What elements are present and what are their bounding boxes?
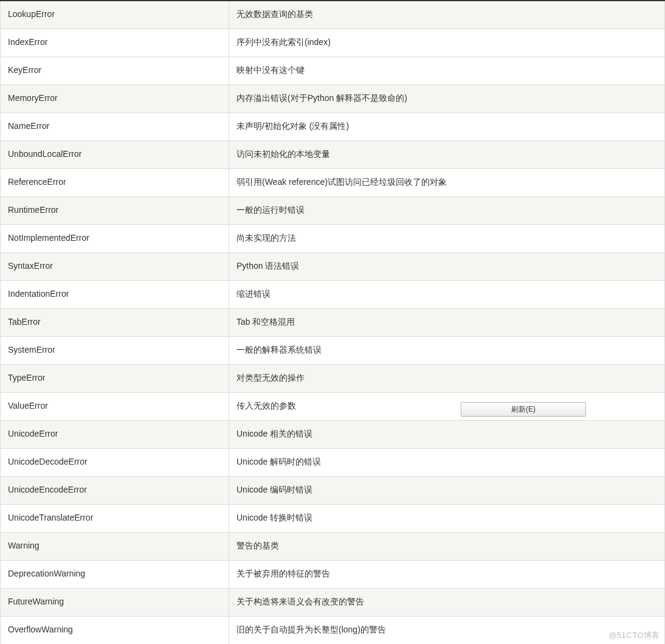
exception-name-cell: LookupError xyxy=(1,1,229,29)
exception-desc-cell: 未声明/初始化对象 (没有属性) xyxy=(229,113,665,140)
exception-desc-cell: 弱引用(Weak reference)试图访问已经垃圾回收了的对象 xyxy=(229,168,665,196)
table-row: MemoryError内存溢出错误(对于Python 解释器不是致命的) xyxy=(1,85,665,113)
exception-desc-cell: 访问未初始化的本地变量 xyxy=(229,140,665,168)
exception-name-cell: UnicodeError xyxy=(1,420,229,448)
table-row: KeyError映射中没有这个键 xyxy=(1,57,665,85)
exception-name-cell: NameError xyxy=(1,113,229,140)
exception-desc-cell: Unicode 转换时错误 xyxy=(229,504,665,532)
exception-name-cell: Warning xyxy=(1,532,229,560)
exception-desc-cell: 内存溢出错误(对于Python 解释器不是致命的) xyxy=(229,85,665,113)
table-row: UnicodeDecodeErrorUnicode 解码时的错误 xyxy=(1,448,665,476)
exception-desc-cell: 关于构造将来语义会有改变的警告 xyxy=(229,588,665,616)
table-row: UnicodeTranslateErrorUnicode 转换时错误 xyxy=(1,504,665,532)
exception-name-cell: UnboundLocalError xyxy=(1,140,229,168)
exception-name-cell: KeyError xyxy=(1,57,229,85)
exception-name-cell: OverflowWarning xyxy=(1,616,229,644)
exception-name-cell: IndentationError xyxy=(1,280,229,308)
exception-desc-cell: 关于被弃用的特征的警告 xyxy=(229,560,665,588)
refresh-menu-item[interactable]: 刷新(E) xyxy=(461,402,586,417)
exception-desc-cell: Unicode 解码时的错误 xyxy=(229,448,665,476)
exception-name-cell: UnicodeEncodeError xyxy=(1,476,229,504)
table-row: UnicodeEncodeErrorUnicode 编码时错误 xyxy=(1,476,665,504)
exception-desc-cell: 对类型无效的操作 xyxy=(229,364,665,392)
table-row: UnicodeErrorUnicode 相关的错误 xyxy=(1,420,665,448)
exception-name-cell: RuntimeError xyxy=(1,196,229,224)
exception-name-cell: TypeError xyxy=(1,364,229,392)
table-row: ReferenceError弱引用(Weak reference)试图访问已经垃… xyxy=(1,168,665,196)
table-row: SyntaxErrorPython 语法错误 xyxy=(1,252,665,280)
table-row: OverflowWarning旧的关于自动提升为长整型(long)的警告 xyxy=(1,616,665,644)
exception-desc-cell: 序列中没有此索引(index) xyxy=(229,29,665,57)
table-row: UnboundLocalError访问未初始化的本地变量 xyxy=(1,140,665,168)
exception-desc-cell: Python 语法错误 xyxy=(229,252,665,280)
table-row: IndentationError缩进错误 xyxy=(1,280,665,308)
exception-name-cell: DeprecationWarning xyxy=(1,560,229,588)
exception-desc-cell: 旧的关于自动提升为长整型(long)的警告 xyxy=(229,616,665,644)
exception-name-cell: ReferenceError xyxy=(1,168,229,196)
table-row: Warning警告的基类 xyxy=(1,532,665,560)
exception-name-cell: FutureWarning xyxy=(1,588,229,616)
exception-name-cell: UnicodeTranslateError xyxy=(1,504,229,532)
exception-desc-cell: Tab 和空格混用 xyxy=(229,308,665,336)
exception-desc-cell: Unicode 编码时错误 xyxy=(229,476,665,504)
exception-name-cell: TabError xyxy=(1,308,229,336)
exception-name-cell: SyntaxError xyxy=(1,252,229,280)
exception-name-cell: UnicodeDecodeError xyxy=(1,448,229,476)
table-row: NameError未声明/初始化对象 (没有属性) xyxy=(1,113,665,140)
exception-desc-cell: 无效数据查询的基类 xyxy=(229,1,665,29)
exception-name-cell: SystemError xyxy=(1,336,229,364)
exception-name-cell: MemoryError xyxy=(1,85,229,113)
table-row: SystemError一般的解释器系统错误 xyxy=(1,336,665,364)
table-row: LookupError无效数据查询的基类 xyxy=(1,1,665,29)
exception-desc-cell: 一般的运行时错误 xyxy=(229,196,665,224)
exception-desc-cell: 传入无效的参数 xyxy=(229,392,665,420)
table-row: NotImplementedError尚未实现的方法 xyxy=(1,224,665,252)
exception-desc-cell: 缩进错误 xyxy=(229,280,665,308)
exception-name-cell: IndexError xyxy=(1,29,229,57)
exceptions-table: LookupError无效数据查询的基类IndexError序列中没有此索引(i… xyxy=(0,0,665,644)
exception-desc-cell: 一般的解释器系统错误 xyxy=(229,336,665,364)
table-row: DeprecationWarning关于被弃用的特征的警告 xyxy=(1,560,665,588)
exception-desc-cell: Unicode 相关的错误 xyxy=(229,420,665,448)
exception-name-cell: NotImplementedError xyxy=(1,224,229,252)
exception-desc-cell: 警告的基类 xyxy=(229,532,665,560)
exception-name-cell: ValueError xyxy=(1,392,229,420)
table-row: FutureWarning关于构造将来语义会有改变的警告 xyxy=(1,588,665,616)
exception-desc-cell: 映射中没有这个键 xyxy=(229,57,665,85)
table-row: IndexError序列中没有此索引(index) xyxy=(1,29,665,57)
table-row: TabErrorTab 和空格混用 xyxy=(1,308,665,336)
table-row: RuntimeError一般的运行时错误 xyxy=(1,196,665,224)
table-row: TypeError对类型无效的操作 xyxy=(1,364,665,392)
exception-desc-cell: 尚未实现的方法 xyxy=(229,224,665,252)
